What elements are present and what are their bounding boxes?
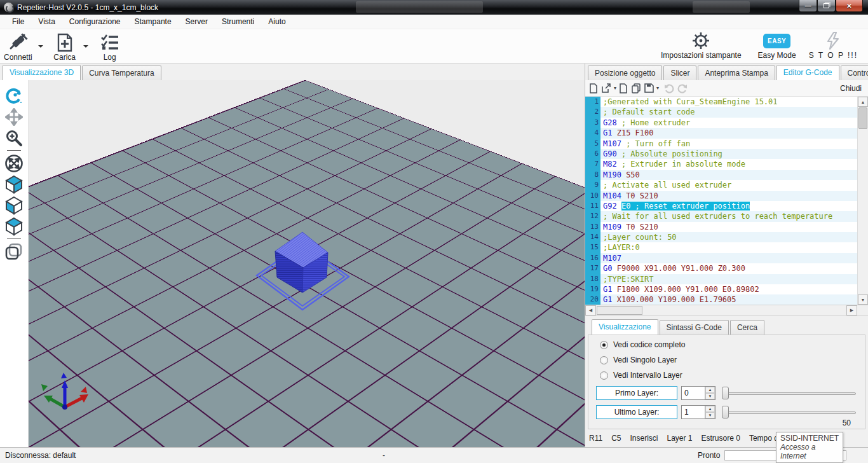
save-icon[interactable] xyxy=(644,83,654,93)
export-icon[interactable] xyxy=(601,83,611,93)
last-layer-value[interactable]: 1 xyxy=(682,406,705,418)
tab-cerca[interactable]: Cerca xyxy=(730,320,764,335)
code-line[interactable]: 19G1 F1800 X109.000 Y91.000 E0.89802 xyxy=(585,284,857,294)
new-document-icon[interactable] xyxy=(619,83,628,93)
easy-mode-button[interactable]: EASY Easy Mode xyxy=(754,29,800,64)
printer-settings-button[interactable]: Impostazioni stampante xyxy=(657,29,745,64)
first-layer-spinner[interactable]: 0 ▲▼ xyxy=(681,386,715,400)
close-button[interactable]: ✕ xyxy=(836,0,863,12)
horizontal-scroll-thumb[interactable] xyxy=(597,306,642,315)
code-line[interactable]: 10M104 T0 S210 xyxy=(585,191,857,201)
tab-controllo-manua[interactable]: Controllo manua xyxy=(841,66,868,80)
editor-vertical-scrollbar[interactable]: ▲ ▼ xyxy=(857,97,868,305)
parallel-projection-icon[interactable] xyxy=(0,241,28,262)
vertical-scroll-thumb[interactable] xyxy=(858,107,867,129)
first-layer-button[interactable]: Primo Layer: xyxy=(596,386,677,400)
radio-option[interactable]: Vedi Singolo Layer xyxy=(600,356,865,364)
code-line[interactable]: 16M107 xyxy=(585,253,857,263)
code-line[interactable]: 8M190 S50 xyxy=(585,170,857,180)
copy-icon[interactable] xyxy=(631,83,641,93)
last-layer-slider[interactable] xyxy=(722,405,856,419)
isometric-view-icon[interactable] xyxy=(0,174,28,195)
undo-icon[interactable] xyxy=(664,83,674,93)
export-dropdown[interactable]: ▾ xyxy=(614,85,616,91)
spin-down-icon[interactable]: ▼ xyxy=(705,393,715,399)
code-line[interactable]: 17G0 F9000 X91.000 Y91.000 Z0.300 xyxy=(585,263,857,273)
minimize-button[interactable]: — xyxy=(799,0,817,12)
connect-button[interactable]: Connetti xyxy=(0,31,36,62)
last-layer-slider-thumb[interactable] xyxy=(722,406,729,418)
menu-item-aiuto[interactable]: Aiuto xyxy=(261,15,292,28)
code-line[interactable]: 18;TYPE:SKIRT xyxy=(585,274,857,284)
radio-option[interactable]: Vedi codice completo xyxy=(600,340,865,349)
scroll-left-icon[interactable]: ◀ xyxy=(585,305,596,315)
log-button[interactable]: Log xyxy=(93,31,126,62)
first-layer-slider-thumb[interactable] xyxy=(722,387,729,399)
redo-icon[interactable] xyxy=(677,83,688,93)
radio-option[interactable]: Vedi Intervallo Layer xyxy=(600,371,865,380)
code-line[interactable]: 13M109 T0 S210 xyxy=(585,222,857,232)
horizontal-scroll-track[interactable] xyxy=(643,305,846,315)
first-layer-slider[interactable] xyxy=(722,386,856,400)
zoom-icon[interactable] xyxy=(0,127,28,148)
menu-item-stampante[interactable]: Stampante xyxy=(128,15,179,28)
move-icon[interactable] xyxy=(0,106,28,127)
first-layer-value[interactable]: 0 xyxy=(682,387,705,399)
code-line[interactable]: 6G90 ; Absolute positioning xyxy=(585,149,857,159)
code-line[interactable]: 3G28 ; Home extruder xyxy=(585,118,857,128)
menu-item-vista[interactable]: Vista xyxy=(31,15,62,28)
code-line[interactable]: 4G1 Z15 F100 xyxy=(585,128,857,138)
scroll-up-icon[interactable]: ▲ xyxy=(858,97,868,107)
editor-horizontal-scrollbar[interactable]: ◀ ▶ xyxy=(585,305,868,316)
code-line[interactable]: 1;Generated with Cura_SteamEngine 15.01 xyxy=(585,97,857,107)
spin-up-icon[interactable]: ▲ xyxy=(705,406,715,412)
code-line[interactable]: 15;LAYER:0 xyxy=(585,242,857,252)
connect-dropdown[interactable] xyxy=(36,35,45,58)
top-view-icon[interactable] xyxy=(0,216,28,237)
gcode-code-area[interactable]: 1;Generated with Cura_SteamEngine 15.012… xyxy=(585,97,857,305)
close-editor-button[interactable]: Chiudi xyxy=(840,84,864,93)
code-line[interactable]: 12; Wait for all used extruders to reach… xyxy=(585,211,857,221)
load-button[interactable]: Carica xyxy=(48,31,81,62)
tab-anteprima-stampa[interactable]: Anteprima Stampa xyxy=(698,66,775,80)
scroll-down-icon[interactable]: ▼ xyxy=(858,294,868,305)
last-layer-spinner[interactable]: 1 ▲▼ xyxy=(681,405,715,419)
print-bed-3d-view[interactable] xyxy=(29,80,585,447)
menu-item-configurazione[interactable]: Configurazione xyxy=(62,15,128,28)
load-dropdown[interactable] xyxy=(81,35,90,58)
tab-editor-g-code[interactable]: Editor G-Code xyxy=(776,65,839,80)
restore-button[interactable] xyxy=(817,0,836,12)
scroll-right-icon[interactable]: ▶ xyxy=(846,305,857,315)
radio-icon[interactable] xyxy=(600,371,608,380)
code-line[interactable]: 11G92 E0 ; Reset extruder position xyxy=(585,201,857,211)
spin-down-icon[interactable]: ▼ xyxy=(705,412,715,418)
fit-view-icon[interactable] xyxy=(0,153,28,174)
tab-visualizzazione-3d[interactable]: Visualizzazione 3D xyxy=(3,65,81,80)
radio-icon[interactable] xyxy=(600,341,608,349)
tab-slicer[interactable]: Slicer xyxy=(663,66,696,80)
tab-visualizzazione[interactable]: Visualizzazione xyxy=(592,319,658,335)
tab-sintassi-g-code[interactable]: Sintassi G-Code xyxy=(660,320,729,335)
code-line[interactable]: 7M82 ; Extruder in absolute mode xyxy=(585,159,857,169)
rotate-icon[interactable] xyxy=(0,85,28,106)
menu-item-strumenti[interactable]: Strumenti xyxy=(215,15,261,28)
stop-button[interactable]: S T O P !!! xyxy=(805,29,862,64)
code-line[interactable]: 9; Activate all used extruder xyxy=(585,180,857,190)
save-dropdown[interactable]: ▾ xyxy=(656,85,659,91)
menu-item-file[interactable]: File xyxy=(5,15,31,28)
last-layer-button[interactable]: Ultimo Layer: xyxy=(596,405,677,419)
gcode-editor[interactable]: 1;Generated with Cura_SteamEngine 15.012… xyxy=(585,97,868,305)
code-line[interactable]: 5M107 ; Turn off fan xyxy=(585,139,857,149)
tab-posizione-oggetto[interactable]: Posizione oggetto xyxy=(588,66,662,80)
radio-icon[interactable] xyxy=(600,356,608,364)
spin-up-icon[interactable]: ▲ xyxy=(705,387,715,393)
code-line[interactable]: 20G1 X109.000 Y109.000 E1.79605 xyxy=(585,294,857,305)
front-view-icon[interactable] xyxy=(0,195,28,216)
tab-curva-temperatura[interactable]: Curva Temperatura xyxy=(82,66,161,80)
menu-item-server[interactable]: Server xyxy=(179,15,215,28)
print-object-cube[interactable] xyxy=(254,228,356,317)
vertical-scroll-track[interactable] xyxy=(858,130,868,294)
code-line[interactable]: 2; Default start code xyxy=(585,107,857,117)
code-line[interactable]: 14;Layer count: 50 xyxy=(585,232,857,242)
new-file-icon[interactable] xyxy=(589,83,598,93)
